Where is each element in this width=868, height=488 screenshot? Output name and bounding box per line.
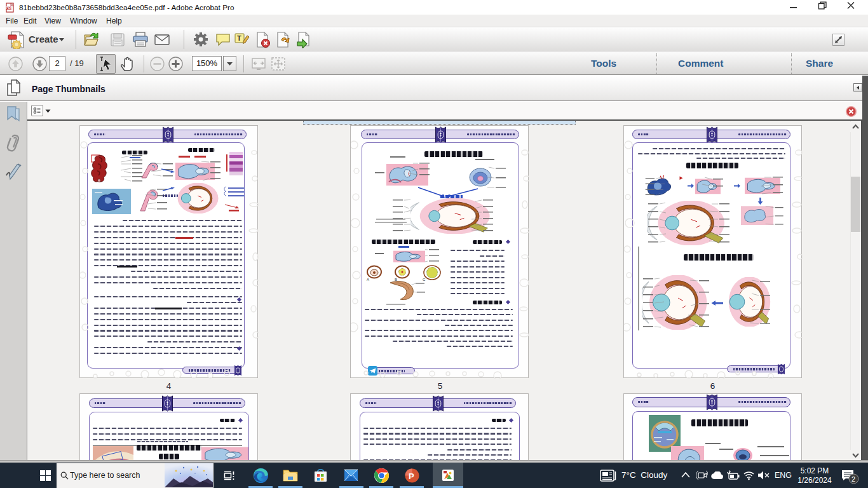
svg-text:PDF: PDF: [6, 6, 13, 10]
svg-text:2: 2: [851, 475, 855, 483]
svg-text:P: P: [409, 471, 414, 481]
svg-text:T: T: [237, 34, 241, 42]
